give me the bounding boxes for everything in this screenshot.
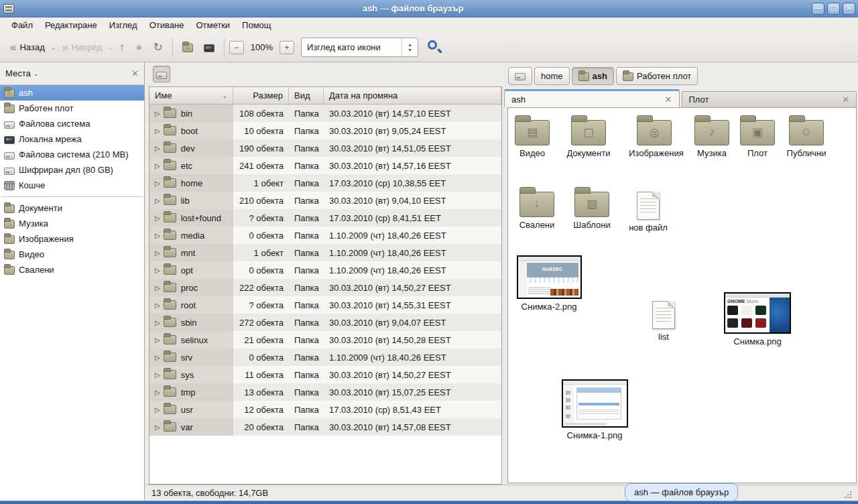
breadcrumb-ash[interactable]: ⌂ash [572,67,614,85]
forward-button[interactable]: » Напред [57,39,107,56]
sidebar-item-Файлова система (210 MB)[interactable]: Файлова система (210 MB) [0,147,144,162]
column-header-Вид[interactable]: Вид [289,87,324,104]
sidebar-item-Музика[interactable]: Музика [0,216,144,231]
expander-icon[interactable]: ▷ [155,145,160,152]
table-row-proc[interactable]: ▷proc222 обектаПапка30.03.2010 (вт) 14,5… [149,279,501,296]
menu-item-Изглед[interactable]: Изглед [103,19,143,32]
column-header-Дата на промяна[interactable]: Дата на промяна [324,87,501,104]
icon-view-item-Видео[interactable]: ▤Видео [507,120,562,159]
icon-view-item-Снимка-1.png[interactable]: Снимка-1.png [561,379,628,441]
table-row-opt[interactable]: ▷opt0 обектаПапка1.10.2009 (чт) 18,40,26… [149,261,501,279]
sidebar-item-Работен плот[interactable]: Работен плот [0,101,144,116]
filesystem-root-button[interactable] [153,66,170,82]
combo-spinner-icon[interactable]: ▲▼ [402,38,418,56]
computer-button[interactable] [199,40,219,55]
expander-icon[interactable]: ▷ [155,302,160,309]
zoom-out-button[interactable]: − [229,41,244,54]
icon-view-item-Документи[interactable]: ▢Документи [559,120,618,159]
resize-grip[interactable] [844,491,852,499]
menu-item-Помощ[interactable]: Помощ [236,19,277,32]
up-button[interactable]: ↑ [115,39,130,56]
back-history-dropdown[interactable]: ⌄ [51,44,56,51]
table-row-tmp[interactable]: ▷tmp13 обектаПапка30.03.2010 (вт) 15,07,… [149,383,501,401]
table-row-etc[interactable]: ▷etc241 обектаПапка30.03.2010 (вт) 14,57… [149,157,501,174]
maximize-button[interactable]: ▢ [827,3,840,15]
icon-view-item-Шаблони[interactable]: ▨Шаблони [562,192,621,231]
expander-icon[interactable]: ▷ [155,249,160,257]
zoom-in-button[interactable]: + [280,41,294,54]
icon-view[interactable]: ▤Видео▢Документи◎Изображения♪Музика▣Плот… [507,107,857,483]
column-header-Име[interactable]: Име⌄ [149,87,233,104]
table-row-home[interactable]: ▷home1 обектПапка17.03.2010 (ср) 10,38,5… [149,174,501,192]
icon-view-item-Изображения[interactable]: ◎Изображения [625,120,684,159]
expander-icon[interactable]: ▷ [155,354,160,361]
expander-icon[interactable]: ▷ [155,162,160,170]
breadcrumb-home[interactable]: home [534,67,570,85]
expander-icon[interactable]: ▷ [155,110,160,117]
sidebar-item-Файлова система[interactable]: Файлова система [0,116,144,131]
menu-item-Файл[interactable]: Файл [5,19,39,32]
table-row-lost+found[interactable]: ▷lost+found? обектаПапка17.03.2010 (ср) … [149,209,501,227]
sidebar-item-Шифриран дял (80 GB)[interactable]: Шифриран дял (80 GB) [0,162,144,178]
sidebar-selector-dropdown-icon[interactable]: ⌄ [34,70,39,77]
table-row-sbin[interactable]: ▷sbin272 обектаПапка30.03.2010 (вт) 9,04… [149,314,501,331]
stop-button[interactable]: ● [131,39,147,56]
back-button[interactable]: « Назад [5,39,50,56]
expander-icon[interactable]: ▷ [155,336,160,344]
icon-view-item-нов файл[interactable]: нов файл [625,192,672,233]
table-row-usr[interactable]: ▷usr12 обектаПапка17.03.2010 (ср) 8,51,4… [149,401,501,418]
view-mode-select[interactable]: Изглед като икони ▲▼ [301,38,418,57]
expander-icon[interactable]: ▷ [155,180,160,187]
table-row-selinux[interactable]: ▷selinux21 обектаПапка30.03.2010 (вт) 14… [149,331,501,349]
expander-icon[interactable]: ▷ [155,371,160,379]
table-row-srv[interactable]: ▷srv0 обектаПапка1.10.2009 (чт) 18,40,26… [149,349,501,366]
expander-icon[interactable]: ▷ [155,267,160,274]
icon-view-item-list[interactable]: list [640,301,687,342]
expander-icon[interactable]: ▷ [155,214,160,222]
breadcrumb-Работен плот[interactable]: Работен плот [616,67,698,85]
expander-icon[interactable]: ▷ [155,232,160,239]
close-button[interactable]: ✕ [843,3,855,15]
table-row-sys[interactable]: ▷sys11 обектаПапка30.03.2010 (вт) 14,50,… [149,366,501,383]
breadcrumb-root[interactable] [508,67,532,85]
icon-view-item-Снимка.png[interactable]: GNOME StoreСнимка.png [723,292,792,347]
window-menu-icon[interactable] [3,4,14,13]
icon-view-item-Снимка-2.png[interactable]: GUADECСнимка-2.png [515,255,583,312]
expander-icon[interactable]: ▷ [155,284,160,292]
menu-item-Отметки[interactable]: Отметки [190,19,236,32]
sidebar-item-Изображения[interactable]: Изображения [0,231,144,247]
sidebar-item-Видео[interactable]: Видео [0,247,144,262]
reload-button[interactable]: ↻ [148,39,167,56]
minimize-button[interactable]: — [812,3,824,15]
sidebar-item-Локална мрежа[interactable]: Локална мрежа [0,131,144,147]
menu-item-Редактиране[interactable]: Редактиране [39,19,103,32]
expander-icon[interactable]: ▷ [155,424,160,431]
table-row-bin[interactable]: ▷bin108 обектаПапка30.03.2010 (вт) 14,57… [149,105,501,122]
expander-icon[interactable]: ▷ [155,389,160,396]
search-button[interactable] [426,39,444,56]
sidebar-close-icon[interactable]: ✕ [131,68,139,78]
sidebar-item-Кошче[interactable]: Кошче [0,178,144,193]
sidebar-item-Свалени[interactable]: Свалени [0,262,144,277]
home-button[interactable]: ⌂ [178,40,198,55]
tab-close-icon[interactable]: ✕ [665,94,672,105]
menu-item-Отиване[interactable]: Отиване [143,19,190,32]
icon-view-item-Свалени[interactable]: ↓Свалени [507,192,566,231]
expander-icon[interactable]: ▷ [155,127,160,135]
tab-Плот[interactable]: Плот✕ [682,91,857,107]
forward-history-dropdown[interactable]: ⌄ [108,44,113,51]
sidebar-item-ash[interactable]: ⌂ash [0,85,144,101]
table-row-media[interactable]: ▷media0 обектаПапка1.10.2009 (чт) 18,40,… [149,227,501,244]
expander-icon[interactable]: ▷ [155,319,160,326]
icon-view-item-Публични[interactable]: ☺Публични [777,120,836,159]
table-row-dev[interactable]: ▷dev190 обектаПапка30.03.2010 (вт) 14,51… [149,139,501,157]
tab-ash[interactable]: ash✕ [504,89,680,107]
table-row-var[interactable]: ▷var20 обектаПапка30.03.2010 (вт) 14,57,… [149,418,501,436]
expander-icon[interactable]: ▷ [155,197,160,204]
table-row-boot[interactable]: ▷boot10 обектаПапка30.03.2010 (вт) 9,05,… [149,122,501,139]
expander-icon[interactable]: ▷ [155,406,160,414]
sidebar-header[interactable]: Места ⌄ ✕ [0,62,144,85]
table-row-mnt[interactable]: ▷mnt1 обектПапка1.10.2009 (чт) 18,40,26 … [149,244,501,261]
column-header-Размер[interactable]: Размер [233,87,289,104]
table-row-lib[interactable]: ▷lib210 обектаПапка30.03.2010 (вт) 9,04,… [149,192,501,209]
